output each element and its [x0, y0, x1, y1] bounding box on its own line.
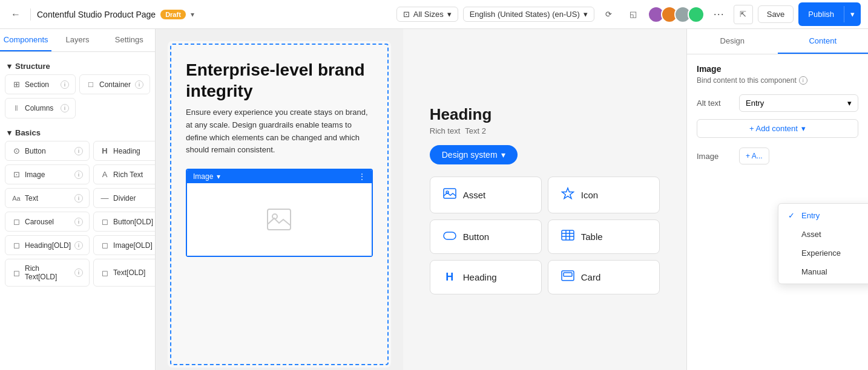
add-image-button[interactable]: + A... [739, 148, 769, 164]
button-cb-icon [442, 230, 457, 243]
dropdown-item-asset[interactable]: Asset [778, 225, 868, 244]
component-container[interactable]: □ Container i [79, 74, 150, 94]
cb-item-card[interactable]: Card [548, 260, 660, 294]
image-old-icon: ◻ [100, 241, 110, 250]
alt-text-row: Alt text Entry ▾ [697, 94, 858, 112]
design-system-button[interactable]: Design system ▾ [430, 145, 518, 164]
cb-item-asset[interactable]: Asset [430, 177, 542, 213]
cb-header: Heading Rich text Text 2 [430, 105, 660, 135]
heading-old-info-icon[interactable]: i [74, 241, 83, 250]
table-icon [561, 230, 575, 244]
component-text-old[interactable]: ◻ Text[OLD] i [93, 259, 155, 287]
basics-label: Basics [15, 128, 41, 137]
svg-rect-11 [564, 273, 572, 276]
button-info-icon[interactable]: i [74, 147, 83, 155]
canvas-body-text: Ensure every experience you create stays… [186, 106, 373, 157]
component-label: Image [25, 170, 45, 179]
entry-check-icon: ✓ [788, 211, 798, 220]
tab-layers[interactable]: Layers [51, 29, 103, 51]
cb-item-label: Heading [463, 272, 497, 282]
tab-design[interactable]: Design [687, 29, 778, 54]
component-section[interactable]: ⊞ Section i [5, 74, 76, 94]
rich-text-old-info-icon[interactable]: i [74, 268, 83, 277]
cb-subrow: Rich text Text 2 [430, 126, 660, 135]
component-text[interactable]: Aa Text i [5, 188, 90, 208]
component-browser: Heading Rich text Text 2 Design system ▾ [403, 29, 687, 370]
back-button[interactable]: ← [7, 6, 24, 23]
tab-components[interactable]: Components [0, 29, 51, 51]
cb-item-table[interactable]: Table [548, 219, 660, 254]
columns-icon: ⫴ [12, 103, 21, 113]
dropdown-item-entry[interactable]: ✓ Entry [778, 206, 868, 225]
card-icon [561, 270, 575, 284]
center-area: Enterprise-level brand integrity Ensure … [156, 29, 686, 370]
component-image[interactable]: ⊡ Image i [5, 164, 90, 184]
component-divider[interactable]: — Divider i [93, 188, 155, 208]
component-columns[interactable]: ⫴ Columns i [5, 98, 76, 118]
alt-text-select[interactable]: Entry ▾ [739, 94, 858, 112]
dropdown-item-manual[interactable]: Manual [778, 262, 868, 281]
component-label: Heading [113, 147, 140, 155]
main-layout: Components Layers Settings ▾ Structure ⊞… [0, 29, 868, 370]
save-button[interactable]: Save [758, 5, 794, 23]
image-field-row: Image + A... [697, 148, 858, 164]
text-info-icon[interactable]: i [74, 194, 83, 203]
heading-cb-icon: H [442, 271, 457, 284]
component-heading[interactable]: H Heading i [93, 141, 155, 161]
language-selector[interactable]: English (United States) (en-US) ▾ [463, 7, 594, 22]
add-content-chevron-icon: ▾ [801, 124, 806, 133]
image-placeholder-icon [267, 209, 291, 230]
columns-info-icon[interactable]: i [61, 104, 69, 112]
component-label: Heading[OLD] [25, 241, 71, 250]
cb-item-label: Card [581, 272, 601, 282]
publish-arrow-icon[interactable]: ▾ [844, 6, 861, 22]
carousel-info-icon[interactable]: i [74, 218, 83, 226]
structure-header[interactable]: ▾ Structure [5, 57, 150, 74]
cb-item-label: Asset [463, 190, 486, 200]
icon-icon [561, 187, 575, 203]
add-content-label: + Add content [749, 124, 798, 133]
rp-description-text: Bind content to this component [697, 76, 797, 85]
section-info-icon[interactable]: i [61, 80, 69, 89]
component-label: Columns [25, 104, 53, 112]
draft-badge[interactable]: Draft [160, 10, 186, 19]
external-link-button[interactable]: ⇱ [734, 5, 753, 24]
image-info-icon[interactable]: i [74, 170, 83, 179]
component-image-old[interactable]: ◻ Image[OLD] i [93, 235, 155, 255]
image-component[interactable]: Image ▾ ⋮ [186, 169, 373, 257]
dropdown-item-label: Asset [801, 230, 821, 239]
sizes-selector[interactable]: ⊡ All Sizes ▾ [396, 7, 458, 22]
divider-icon: — [100, 193, 110, 203]
component-carousel[interactable]: ◻ Carousel i [5, 212, 90, 232]
tab-content[interactable]: Content [778, 29, 869, 54]
component-button[interactable]: ⊙ Button i [5, 141, 90, 161]
container-info-icon[interactable]: i [135, 80, 143, 89]
cb-item-icon[interactable]: Icon [548, 177, 660, 213]
more-button[interactable]: ··· [709, 5, 729, 24]
component-rich-text-old[interactable]: ◻ Rich Text[OLD] i [5, 259, 90, 287]
text-old-icon: ◻ [100, 268, 110, 278]
dropdown-item-experience[interactable]: Experience [778, 244, 868, 262]
component-heading-old[interactable]: ◻ Heading[OLD] i [5, 235, 90, 255]
asset-icon [442, 188, 457, 202]
canvas: Enterprise-level brand integrity Ensure … [156, 29, 403, 370]
container-icon: □ [86, 80, 96, 89]
component-rich-text[interactable]: A Rich Text i [93, 164, 155, 184]
component-label: Section [25, 80, 49, 89]
basics-header[interactable]: ▾ Basics [5, 123, 150, 141]
add-content-button[interactable]: + Add content ▾ [697, 119, 858, 138]
cb-item-heading[interactable]: H Heading [430, 260, 542, 294]
cb-sub2: Text 2 [465, 126, 486, 135]
carousel-icon: ◻ [12, 217, 21, 226]
history-button[interactable]: ⟳ [599, 5, 619, 24]
cb-item-button[interactable]: Button [430, 219, 542, 254]
preview-button[interactable]: ◱ [623, 5, 643, 24]
image-toolbar-more-icon[interactable]: ⋮ [358, 172, 366, 181]
draft-chevron-icon[interactable]: ▾ [191, 10, 194, 19]
component-button-old[interactable]: ◻ Button[OLD] i [93, 212, 155, 232]
publish-button[interactable]: Publish ▾ [798, 2, 861, 26]
dropdown-overlay: ✓ Entry Asset Experience Manual [778, 203, 868, 284]
tab-settings[interactable]: Settings [104, 29, 155, 51]
avatar-group [648, 6, 705, 23]
button-icon: ⊙ [12, 146, 21, 155]
